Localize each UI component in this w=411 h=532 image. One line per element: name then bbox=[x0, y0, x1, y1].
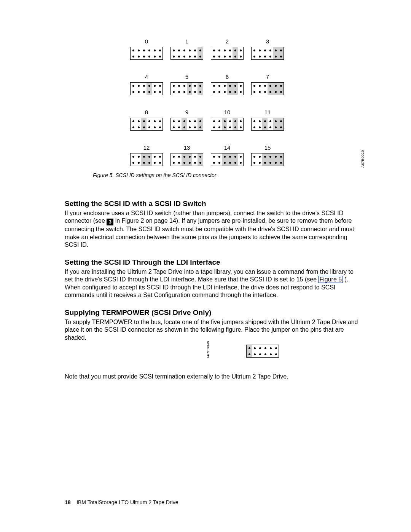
jumper-id-label: 0 bbox=[129, 38, 164, 45]
pin bbox=[157, 124, 162, 130]
jumper-id-label: 1 bbox=[170, 38, 204, 45]
pin bbox=[187, 47, 192, 53]
figure-code: A67E0049 bbox=[206, 341, 210, 358]
pin bbox=[136, 47, 141, 53]
jumper-id-label: 10 bbox=[210, 109, 244, 115]
pin bbox=[171, 53, 176, 59]
pin bbox=[187, 118, 192, 124]
pin bbox=[152, 118, 157, 124]
pin bbox=[278, 160, 284, 166]
jumper-cell: 13 bbox=[170, 144, 204, 166]
pin bbox=[268, 89, 273, 95]
pin bbox=[222, 47, 227, 53]
pin bbox=[176, 153, 182, 160]
pin bbox=[233, 124, 238, 130]
pin bbox=[176, 53, 182, 59]
paragraph-termpower-note: Note that you must provide SCSI terminat… bbox=[65, 373, 362, 380]
pin bbox=[247, 351, 252, 357]
pin bbox=[262, 47, 268, 53]
jumper-id-label: 13 bbox=[170, 144, 204, 151]
pin bbox=[187, 89, 192, 95]
pin bbox=[257, 124, 262, 130]
pin bbox=[141, 153, 147, 160]
jumper-id-label: 12 bbox=[129, 144, 164, 151]
pin bbox=[238, 89, 243, 95]
pin bbox=[273, 53, 278, 59]
pin bbox=[141, 160, 147, 166]
pin bbox=[268, 345, 273, 351]
jumper-cell: 4 bbox=[129, 73, 164, 95]
pin bbox=[182, 124, 187, 130]
pin bbox=[171, 153, 176, 160]
pin bbox=[131, 83, 136, 89]
figure-5-jumper-grid: 0123456789101112131415A67E0020 bbox=[129, 38, 362, 166]
jumper-id-label: 9 bbox=[170, 109, 204, 115]
paragraph-scsi-switch: If your enclosure uses a SCSI ID switch … bbox=[65, 209, 362, 249]
pin bbox=[157, 83, 162, 89]
jumper-cell: 8 bbox=[129, 109, 164, 131]
pin bbox=[273, 345, 279, 351]
pin bbox=[238, 118, 243, 124]
pin bbox=[136, 53, 141, 59]
pin bbox=[157, 47, 162, 53]
jumper-connector bbox=[251, 118, 284, 131]
pin bbox=[152, 47, 157, 53]
pin bbox=[257, 351, 263, 357]
jumper-connector bbox=[130, 153, 163, 166]
pin bbox=[227, 83, 233, 89]
jumper-cell: 5 bbox=[170, 73, 204, 95]
pin bbox=[252, 83, 257, 89]
pin bbox=[192, 160, 198, 166]
footer-title: IBM TotalStorage LTO Ultrium 2 Tape Driv… bbox=[76, 499, 178, 505]
pin bbox=[238, 124, 243, 130]
section-heading-ldi: Setting the SCSI ID Through the LDI Inte… bbox=[65, 258, 362, 267]
pin bbox=[136, 124, 141, 130]
pin bbox=[176, 47, 182, 53]
pin bbox=[252, 89, 257, 95]
pin bbox=[198, 124, 203, 130]
jumper-cell: 6 bbox=[210, 73, 244, 95]
pin bbox=[222, 153, 227, 160]
pin bbox=[273, 124, 278, 130]
pin bbox=[157, 53, 162, 59]
jumper-connector bbox=[130, 82, 163, 95]
pin bbox=[157, 160, 162, 166]
pin bbox=[257, 53, 262, 59]
pin bbox=[198, 47, 203, 53]
pin bbox=[233, 89, 238, 95]
pin bbox=[147, 160, 152, 166]
pin bbox=[131, 153, 136, 160]
jumper-id-label: 8 bbox=[129, 109, 164, 115]
jumper-id-label: 6 bbox=[210, 73, 244, 80]
pin bbox=[147, 47, 152, 53]
jumper-connector bbox=[170, 153, 203, 166]
pin bbox=[238, 160, 243, 166]
pin bbox=[192, 53, 198, 59]
pin bbox=[147, 53, 152, 59]
link-figure-5[interactable]: Figure 5 bbox=[318, 276, 343, 283]
pin bbox=[262, 124, 268, 130]
pin bbox=[252, 160, 257, 166]
jumper-cell: 2 bbox=[210, 38, 244, 60]
pin bbox=[136, 118, 141, 124]
jumper-cell: 7 bbox=[250, 73, 285, 95]
pin bbox=[262, 118, 268, 124]
pin bbox=[268, 118, 273, 124]
jumper-id-label: 4 bbox=[129, 73, 164, 80]
pin bbox=[252, 47, 257, 53]
pin bbox=[233, 47, 238, 53]
pin bbox=[262, 160, 268, 166]
pin bbox=[217, 89, 222, 95]
pin bbox=[182, 153, 187, 160]
pin bbox=[233, 53, 238, 59]
pin bbox=[227, 118, 233, 124]
pin bbox=[136, 83, 141, 89]
pin bbox=[171, 118, 176, 124]
pin bbox=[227, 89, 233, 95]
pin bbox=[238, 83, 243, 89]
pin bbox=[141, 53, 147, 59]
pin bbox=[152, 53, 157, 59]
pin bbox=[257, 83, 262, 89]
pin bbox=[278, 53, 284, 59]
pin bbox=[217, 47, 222, 53]
